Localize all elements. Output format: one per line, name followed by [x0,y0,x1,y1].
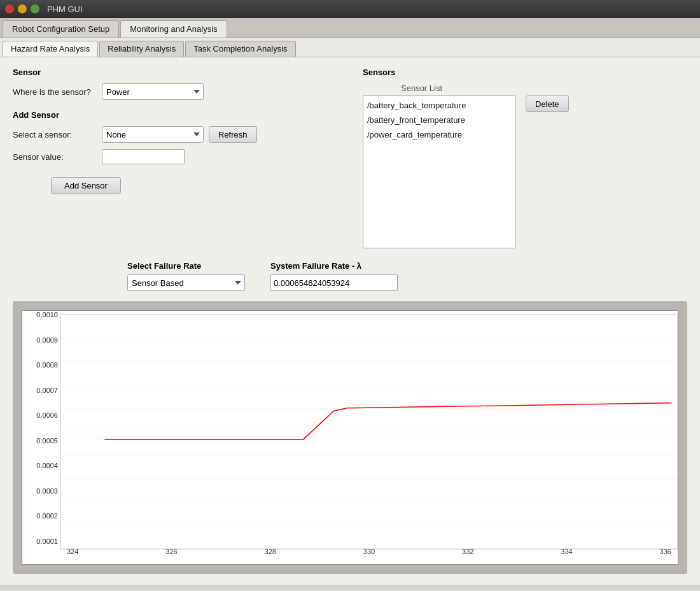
y-axis-label: 0.0007 [36,387,58,394]
system-failure-input[interactable] [270,274,398,291]
chart-container: 0.00100.00090.00080.00070.00060.00050.00… [13,301,687,574]
left-panel: Sensor Where is the sensor? Power Batter… [13,68,337,248]
select-sensor-label: Select a sensor: [13,130,102,139]
sensor-value-label: Sensor value: [13,152,102,162]
y-axis-label: 0.0010 [36,311,58,318]
content-area: Sensor Where is the sensor? Power Batter… [0,57,700,585]
where-sensor-row: Where is the sensor? Power Battery Motor… [13,83,337,100]
right-panel: Sensors Sensor List /battery_back_temper… [363,68,687,248]
add-sensor-button[interactable]: Add Sensor [51,177,121,194]
refresh-button[interactable]: Refresh [209,126,257,143]
maximize-button[interactable] [31,4,39,13]
sensor-value-input[interactable] [102,149,185,164]
where-sensor-select[interactable]: Power Battery Motor Wheel [102,83,204,100]
y-axis-label: 0.0001 [36,538,58,545]
tab-robot-configuration[interactable]: Robot Configuration Setup [3,20,119,38]
sensor-section: Sensor Where is the sensor? Power Batter… [13,68,337,100]
y-axis-label: 0.0002 [36,512,58,520]
sensor-section-title: Sensor [13,68,337,77]
list-item: /power_card_temperature [366,128,512,143]
minimize-button[interactable] [18,4,27,13]
y-axis-label: 0.0009 [36,336,58,344]
sensor-list-box: /battery_back_temperature /battery_front… [363,96,515,248]
main-layout: Sensor Where is the sensor? Power Batter… [13,68,687,248]
y-axis-label: 0.0003 [36,487,58,495]
sensor-value-row: Sensor value: [13,149,337,164]
failure-rate-select[interactable]: Sensor Based Manual Default [127,274,245,291]
add-sensor-title: Add Sensor [13,110,337,120]
failure-rate-row: Select Failure Rate Sensor Based Manual … [127,261,687,291]
select-failure-col: Select Failure Rate Sensor Based Manual … [127,261,245,291]
title-bar: PHM GUI [0,0,700,18]
sensors-header: Sensor List /battery_back_temperature /b… [363,83,687,248]
delete-btn-area: Delete [526,96,569,112]
select-sensor-row: Select a sensor: None Temperature Voltag… [13,126,337,143]
list-item: /battery_back_temperature [366,99,512,113]
sub-tab-bar: Hazard Rate Analysis Reliability Analysi… [0,38,700,57]
app-title: PHM GUI [47,4,83,14]
chart-line [60,315,678,549]
list-item: /battery_front_temperature [366,113,512,128]
y-axis-label: 0.0008 [36,361,58,369]
where-sensor-label: Where is the sensor? [13,87,102,97]
sensor-list-row: /battery_back_temperature /battery_front… [363,96,569,248]
add-sensor-section: Add Sensor Select a sensor: None Tempera… [13,110,337,194]
sensor-list-label: Sensor List [401,83,442,93]
system-failure-col: System Failure Rate - λ [270,261,398,291]
y-axis-label: 0.0006 [36,411,58,419]
tab-monitoring-analysis[interactable]: Monitoring and Analysis [120,20,227,38]
select-failure-label: Select Failure Rate [127,261,245,271]
tab-task-completion[interactable]: Task Completion Analysis [185,41,295,57]
chart-inner: 0.00100.00090.00080.00070.00060.00050.00… [22,310,678,565]
sensors-panel-title: Sensors [363,68,687,77]
close-button[interactable] [5,4,14,13]
y-axis-label: 0.0005 [36,437,58,445]
tab-reliability[interactable]: Reliability Analysis [99,41,184,57]
tab-hazard-rate[interactable]: Hazard Rate Analysis [3,41,98,57]
y-axis-label: 0.0004 [36,462,58,469]
main-tab-bar: Robot Configuration Setup Monitoring and… [0,18,700,38]
system-failure-label: System Failure Rate - λ [270,261,398,271]
select-sensor-dropdown[interactable]: None Temperature Voltage Current [102,126,204,143]
chart-y-axis: 0.00100.00090.00080.00070.00060.00050.00… [22,311,60,545]
delete-button[interactable]: Delete [526,96,569,112]
